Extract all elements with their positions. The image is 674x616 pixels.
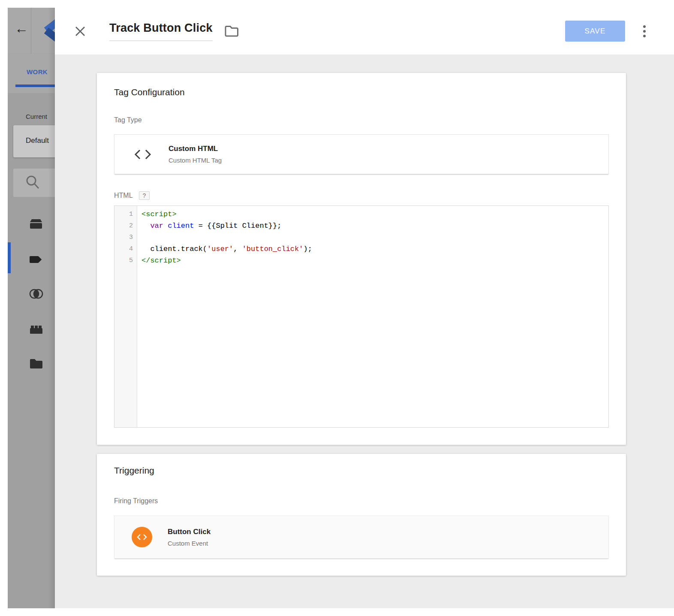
search-icon <box>24 174 42 191</box>
save-button[interactable]: SAVE <box>565 21 625 42</box>
workspace-name: Default <box>26 136 49 145</box>
html-field-label: HTML <box>114 192 133 199</box>
sidebar-item-variables[interactable] <box>28 322 44 337</box>
html-code-editor[interactable]: 12345 <script> var client = {{Split Clie… <box>114 205 609 428</box>
tag-name-field[interactable]: Track Button Click <box>109 21 213 41</box>
help-icon[interactable]: ? <box>139 191 150 200</box>
sidebar-item-triggers[interactable] <box>28 287 44 301</box>
dimmed-workspace-sidebar: ← WORK Current Default <box>8 8 55 608</box>
sidebar-item-folders[interactable] <box>28 356 44 371</box>
app-topbar: ← <box>8 8 55 54</box>
tag-configuration-card: Tag Configuration Tag Type Custom HTML C… <box>97 73 626 445</box>
trigger-icon <box>28 287 44 301</box>
trigger-name: Button Click <box>168 528 211 536</box>
sidebar-body: Current Default <box>8 93 55 608</box>
workspace-tab-underline <box>15 85 55 87</box>
dialog-header: Track Button Click SAVE <box>55 8 674 54</box>
tab-workspace[interactable]: WORK <box>8 54 55 93</box>
firing-trigger-item[interactable]: Button Click Custom Event <box>114 516 609 559</box>
tag-type-name: Custom HTML <box>168 145 222 153</box>
close-icon[interactable] <box>74 25 86 37</box>
tag-type-label: Tag Type <box>114 116 609 124</box>
tag-type-description: Custom HTML Tag <box>168 157 222 164</box>
move-to-folder-icon[interactable] <box>224 24 239 38</box>
custom-event-icon <box>136 534 147 541</box>
sidebar-item-overview[interactable] <box>28 217 44 231</box>
folder-icon <box>28 356 44 371</box>
triggering-card: Triggering Firing Triggers Button Click … <box>97 454 626 576</box>
more-options-icon[interactable] <box>643 25 646 37</box>
current-workspace-label: Current <box>26 113 47 120</box>
overview-icon <box>28 217 44 231</box>
custom-html-icon <box>133 148 153 161</box>
triggering-title: Triggering <box>114 465 609 476</box>
tag-icon <box>28 252 44 267</box>
trigger-type: Custom Event <box>168 540 211 547</box>
tag-type-selector[interactable]: Custom HTML Custom HTML Tag <box>114 134 609 174</box>
line-numbers: 12345 <box>114 206 137 427</box>
sidebar-item-tags[interactable] <box>28 252 44 267</box>
variable-icon <box>28 322 44 337</box>
firing-triggers-label: Firing Triggers <box>114 497 609 505</box>
topbar-divider <box>31 8 31 54</box>
search-input[interactable] <box>13 169 55 197</box>
workspace-selector[interactable]: Default <box>13 125 55 157</box>
dialog-body: Tag Configuration Tag Type Custom HTML C… <box>55 54 674 608</box>
tag-editor-dialog: Track Button Click SAVE Tag Configuratio… <box>55 8 674 608</box>
gtm-tag-editor-page: ← WORK Current Default <box>0 0 674 616</box>
trigger-type-icon <box>132 527 152 547</box>
gtm-logo-icon[interactable] <box>38 17 55 44</box>
active-item-indicator <box>8 242 11 273</box>
workspace-tab-label: WORK <box>27 68 48 75</box>
code-lines[interactable]: <script> var client = {{Split Client}}; … <box>137 206 608 427</box>
back-arrow-icon[interactable]: ← <box>15 21 28 35</box>
tag-configuration-title: Tag Configuration <box>114 87 609 97</box>
